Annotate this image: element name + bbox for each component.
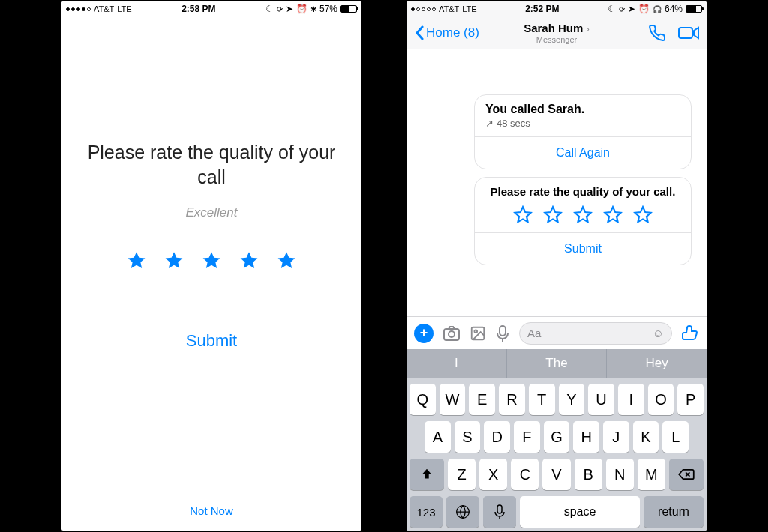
- like-icon[interactable]: [681, 324, 699, 342]
- rating-stars[interactable]: [126, 250, 297, 271]
- svg-point-3: [448, 331, 454, 337]
- submit-rating-button[interactable]: Submit: [475, 232, 691, 265]
- nav-title[interactable]: Sarah Hum: [524, 22, 583, 34]
- key-shift[interactable]: [410, 459, 444, 490]
- phone-icon[interactable]: [648, 24, 666, 42]
- chevron-right-icon: ›: [586, 24, 590, 34]
- emoji-icon[interactable]: ☺: [652, 327, 664, 339]
- key-a[interactable]: A: [424, 421, 451, 453]
- submit-button[interactable]: Submit: [186, 331, 237, 351]
- svg-point-5: [474, 330, 477, 333]
- svg-rect-0: [679, 28, 692, 38]
- globe-icon: [455, 504, 470, 519]
- keyboard-suggestions[interactable]: I The Hey: [406, 349, 706, 378]
- star-icon[interactable]: [238, 250, 260, 271]
- key-l[interactable]: L: [662, 421, 688, 453]
- not-now-button[interactable]: Not Now: [190, 504, 233, 517]
- key-space[interactable]: space: [520, 496, 640, 528]
- keyboard-row-4: 123 space return: [406, 496, 706, 528]
- alarm-icon: ⏰: [296, 4, 308, 14]
- key-w[interactable]: W: [440, 384, 466, 415]
- battery-pct: 64%: [664, 4, 682, 14]
- outgoing-arrow-icon: ↗: [485, 118, 494, 129]
- keyboard-row-1: Q W E R T Y U I O P: [406, 384, 706, 415]
- status-time: 2:58 PM: [132, 4, 266, 14]
- gallery-icon[interactable]: [470, 325, 486, 342]
- star-icon[interactable]: [164, 250, 184, 271]
- status-time: 2:52 PM: [477, 4, 608, 14]
- key-h[interactable]: H: [573, 421, 599, 453]
- key-backspace[interactable]: [669, 459, 704, 490]
- mic-icon[interactable]: [495, 324, 510, 342]
- compose-bar: + Aa ☺: [406, 316, 706, 349]
- chat-area[interactable]: You called Sarah. ↗ 48 secs Call Again P…: [406, 49, 706, 316]
- key-v[interactable]: V: [542, 459, 570, 490]
- key-t[interactable]: T: [529, 384, 555, 415]
- key-x[interactable]: X: [479, 459, 507, 490]
- key-y[interactable]: Y: [559, 384, 585, 415]
- mic-icon: [494, 504, 505, 519]
- suggestion[interactable]: The: [507, 349, 607, 378]
- key-p[interactable]: P: [677, 384, 704, 415]
- add-button[interactable]: +: [414, 324, 434, 343]
- key-b[interactable]: B: [574, 459, 602, 490]
- carrier-label: AT&T: [94, 4, 114, 13]
- key-k[interactable]: K: [633, 421, 659, 453]
- message-placeholder: Aa: [527, 327, 652, 339]
- call-again-button[interactable]: Call Again: [475, 136, 691, 169]
- video-icon[interactable]: [678, 24, 699, 42]
- carrier-label: AT&T: [439, 4, 459, 13]
- moon-icon: ☾: [266, 4, 274, 14]
- key-m[interactable]: M: [638, 459, 665, 490]
- message-input[interactable]: Aa ☺: [519, 322, 672, 345]
- key-d[interactable]: D: [484, 421, 510, 453]
- back-button[interactable]: Home (8): [414, 25, 479, 40]
- phone-right: AT&T LTE 2:52 PM ☾ ⟳ ➤ ⏰ 🎧 64% Home (8) …: [406, 1, 706, 531]
- key-r[interactable]: R: [499, 384, 525, 415]
- star-outline-icon[interactable]: [603, 205, 622, 225]
- location-icon: ➤: [628, 4, 635, 14]
- key-s[interactable]: S: [454, 421, 481, 453]
- star-icon[interactable]: [276, 250, 297, 271]
- star-outline-icon[interactable]: [543, 205, 562, 225]
- star-outline-icon[interactable]: [513, 205, 532, 225]
- call-summary-card: You called Sarah. ↗ 48 secs Call Again: [474, 94, 692, 169]
- key-123[interactable]: 123: [410, 496, 442, 528]
- key-q[interactable]: Q: [410, 384, 436, 415]
- key-g[interactable]: G: [544, 421, 570, 453]
- star-outline-icon[interactable]: [573, 205, 592, 225]
- rating-screen: Please rate the quality of your call Exc…: [62, 16, 362, 531]
- lock-rotation-icon: ⟳: [619, 5, 625, 13]
- key-j[interactable]: J: [603, 421, 629, 453]
- key-dictation[interactable]: [483, 496, 516, 528]
- key-f[interactable]: F: [514, 421, 540, 453]
- key-o[interactable]: O: [648, 384, 674, 415]
- key-z[interactable]: Z: [448, 459, 476, 490]
- signal-dots: [411, 7, 436, 11]
- battery-icon: [686, 5, 702, 13]
- battery-icon: [340, 5, 357, 13]
- key-globe[interactable]: [446, 496, 479, 528]
- key-n[interactable]: N: [606, 459, 634, 490]
- key-i[interactable]: I: [618, 384, 644, 415]
- key-return[interactable]: return: [644, 496, 704, 528]
- star-icon[interactable]: [126, 250, 147, 271]
- alarm-icon: ⏰: [638, 4, 650, 14]
- bluetooth-icon: ✱: [310, 5, 316, 13]
- camera-icon[interactable]: [442, 325, 460, 342]
- suggestion[interactable]: Hey: [607, 349, 706, 378]
- call-duration: 48 secs: [496, 118, 530, 129]
- rating-stars[interactable]: [485, 205, 680, 225]
- key-u[interactable]: U: [588, 384, 614, 415]
- star-outline-icon[interactable]: [633, 205, 652, 225]
- chevron-left-icon: [414, 25, 424, 40]
- nav-bar: Home (8) Sarah Hum › Messenger: [406, 16, 706, 49]
- star-icon[interactable]: [201, 250, 222, 271]
- key-c[interactable]: C: [511, 459, 538, 490]
- call-summary-title: You called Sarah.: [485, 103, 680, 116]
- keyboard-row-2: A S D F G H J K L: [406, 421, 706, 453]
- battery-pct: 57%: [320, 4, 338, 14]
- suggestion[interactable]: I: [406, 349, 506, 378]
- keyboard[interactable]: I The Hey Q W E R T Y U I O P A S D F G …: [406, 349, 706, 531]
- key-e[interactable]: E: [469, 384, 495, 415]
